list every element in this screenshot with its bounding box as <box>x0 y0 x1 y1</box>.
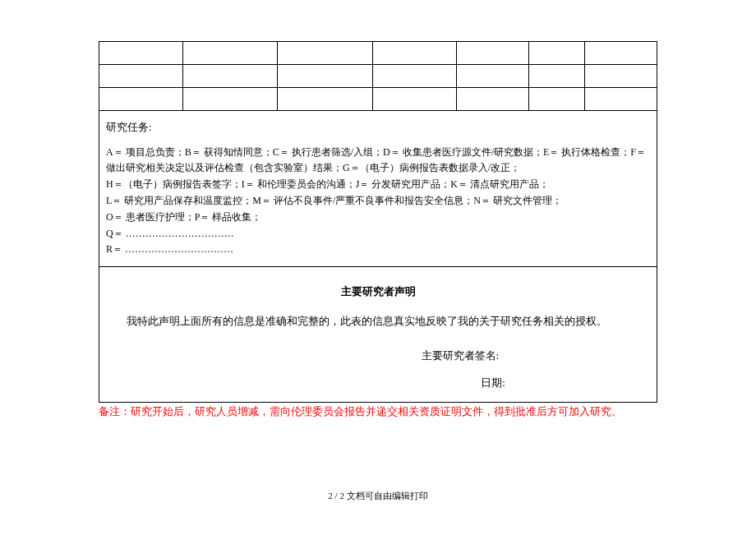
table-row <box>99 42 657 65</box>
tasks-line-2: H＝（电子）病例报告表签字；I＝ 和伦理委员会的沟通；J＝ 分发研究用产品；K＝… <box>106 177 650 193</box>
signature-label: 主要研究者签名: <box>106 347 650 367</box>
remark-label: 备注： <box>99 406 131 417</box>
research-tasks-block: 研究任务: A＝ 项目总负责；B＝ 获得知情同意；C＝ 执行患者筛选/入组；D＝… <box>99 111 657 267</box>
page-footer: 2 / 2 文档可自由编辑打印 <box>0 490 756 502</box>
tasks-line-1: A＝ 项目总负责；B＝ 获得知情同意；C＝ 执行患者筛选/入组；D＝ 收集患者医… <box>106 145 650 178</box>
tasks-line-3: L＝ 研究用产品保存和温度监控；M＝ 评估不良事件/严重不良事件和报告安全信息；… <box>106 193 650 210</box>
table-row <box>99 88 657 111</box>
date-label: 日期: <box>106 374 650 394</box>
remark-text: 研究开始后，研究人员增减，需向伦理委员会报告并递交相关资质证明文件，得到批准后方… <box>131 406 622 417</box>
table-row <box>99 65 657 88</box>
declaration-title: 主要研究者声明 <box>106 282 650 302</box>
tasks-line-4: O＝ 患者医疗护理；P＝ 样品收集； <box>106 210 650 226</box>
declaration-text: 我特此声明上面所有的信息是准确和完整的，此表的信息真实地反映了我的关于研究任务相… <box>106 312 650 332</box>
tasks-line-6: R＝ …………………………… <box>106 242 650 258</box>
tasks-title: 研究任务: <box>106 119 650 136</box>
remark-line: 备注：研究开始后，研究人员增减，需向伦理委员会报告并递交相关资质证明文件，得到批… <box>99 404 657 420</box>
investigator-declaration-block: 主要研究者声明 我特此声明上面所有的信息是准确和完整的，此表的信息真实地反映了我… <box>99 267 657 403</box>
tasks-line-5: Q＝ …………………………… <box>106 226 650 242</box>
empty-grid-table <box>99 41 657 111</box>
